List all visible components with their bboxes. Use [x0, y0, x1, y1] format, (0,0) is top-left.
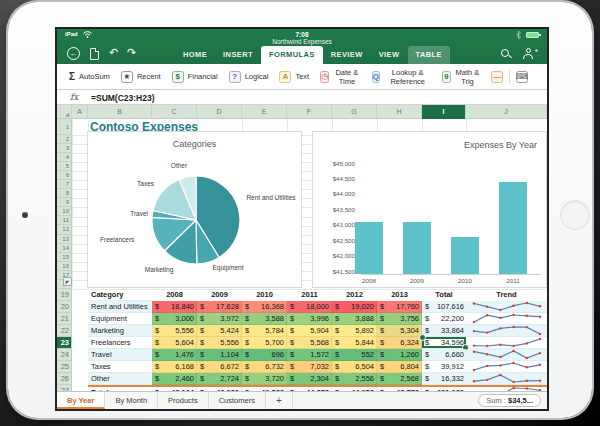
- value-cell-2009[interactable]: $1,104: [197, 349, 242, 361]
- select-all-corner[interactable]: ◢: [57, 105, 72, 119]
- value-cell-2009[interactable]: $3,972: [197, 313, 242, 325]
- value-cell-2008[interactable]: $5,604: [152, 337, 197, 349]
- value-cell-2008[interactable]: $2,460: [152, 373, 197, 385]
- row-header-1[interactable]: 1: [57, 119, 71, 135]
- value-cell-2013[interactable]: $17,760: [377, 301, 422, 313]
- column-header-g[interactable]: G: [332, 105, 377, 119]
- trend-cell[interactable]: [466, 373, 547, 385]
- row-header-21[interactable]: 21: [57, 313, 71, 325]
- row-header-9[interactable]: 9: [57, 198, 71, 207]
- sheet-tab-products[interactable]: Products: [158, 392, 209, 409]
- row-header-13[interactable]: 13: [57, 235, 71, 244]
- table-header-category[interactable]: Category: [88, 289, 152, 301]
- pie-chart-card[interactable]: CategoriesRent and UtilitiesEquipmentMar…: [87, 131, 302, 288]
- row-header-3[interactable]: 3: [57, 144, 71, 153]
- total-cell[interactable]: $33,864: [422, 325, 466, 337]
- trend-cell[interactable]: [466, 325, 547, 337]
- bar-2011[interactable]: [499, 182, 527, 274]
- row-header-5[interactable]: 5: [57, 162, 71, 171]
- row-header-10[interactable]: 10: [57, 207, 71, 216]
- value-cell-2011[interactable]: $5,568: [287, 337, 332, 349]
- math-trig-button[interactable]: θMath & Trig: [442, 68, 480, 86]
- value-cell-2008[interactable]: $1,476: [152, 349, 197, 361]
- more-functions-button[interactable]: —: [491, 71, 503, 83]
- search-icon[interactable]: [501, 49, 509, 57]
- value-cell-2013[interactable]: $6,804: [377, 361, 422, 373]
- recent-button[interactable]: ★Recent: [121, 71, 161, 83]
- total-cell[interactable]: $107,616: [422, 301, 466, 313]
- value-cell-2010[interactable]: $696: [242, 349, 287, 361]
- back-button[interactable]: ←: [67, 47, 80, 60]
- undo-button[interactable]: ↶: [109, 46, 118, 59]
- table-header-2010[interactable]: 2010: [242, 289, 287, 301]
- column-header-d[interactable]: D: [197, 105, 242, 119]
- value-cell-2011[interactable]: $7,032: [287, 361, 332, 373]
- value-cell-2013[interactable]: $3,756: [377, 313, 422, 325]
- table-header-2013[interactable]: 2013: [377, 289, 422, 301]
- logical-button[interactable]: ?Logical: [229, 71, 269, 83]
- value-cell-2009[interactable]: $17,628: [197, 301, 242, 313]
- value-cell-2008[interactable]: $3,000: [152, 313, 197, 325]
- row-header-15[interactable]: 15: [57, 253, 71, 262]
- value-cell-2012[interactable]: $5,892: [332, 325, 377, 337]
- row-header-23[interactable]: 23: [57, 337, 71, 349]
- total-cell[interactable]: $16,332: [422, 373, 466, 385]
- redo-button[interactable]: ↷: [127, 46, 136, 59]
- table-header-trend[interactable]: Trend: [466, 289, 547, 301]
- total-cell[interactable]: $22,200: [422, 313, 466, 325]
- ribbon-tab-formulas[interactable]: FORMULAS: [261, 46, 323, 64]
- category-cell[interactable]: Marketing: [88, 325, 152, 337]
- formula-bar[interactable]: fx =SUM(C23:H23): [57, 90, 547, 105]
- row-header-22[interactable]: 22: [57, 325, 71, 337]
- bar-2010[interactable]: [451, 237, 479, 274]
- value-cell-2012[interactable]: $552: [332, 349, 377, 361]
- value-cell-2010[interactable]: $3,588: [242, 313, 287, 325]
- value-cell-2011[interactable]: $1,572: [287, 349, 332, 361]
- text-button[interactable]: AText: [279, 71, 309, 83]
- row-header-14[interactable]: 14: [57, 244, 71, 253]
- add-sheet-button[interactable]: +: [266, 392, 293, 409]
- row-header-6[interactable]: 6: [57, 171, 71, 180]
- sheet-tab-customers[interactable]: Customers: [209, 392, 266, 409]
- value-cell-2009[interactable]: $6,672: [197, 361, 242, 373]
- expand-rows-handle-icon[interactable]: ◤: [63, 277, 72, 286]
- home-button[interactable]: [560, 200, 590, 230]
- trend-cell[interactable]: [466, 337, 547, 349]
- column-header-b[interactable]: B: [88, 105, 152, 119]
- selected-cell[interactable]: $34,596: [422, 337, 466, 349]
- row-header-24[interactable]: 24: [57, 349, 71, 361]
- row-header-16[interactable]: 16: [57, 262, 71, 271]
- value-cell-2012[interactable]: $19,020: [332, 301, 377, 313]
- value-cell-2012[interactable]: $6,504: [332, 361, 377, 373]
- ribbon-tab-home[interactable]: HOME: [175, 46, 215, 64]
- row-header-26[interactable]: 26: [57, 373, 71, 385]
- bar-2009[interactable]: [403, 222, 431, 274]
- category-cell[interactable]: Equipment: [88, 313, 152, 325]
- value-cell-2011[interactable]: $3,996: [287, 313, 332, 325]
- share-add-person-button[interactable]: +: [523, 48, 535, 60]
- row-header-25[interactable]: 25: [57, 361, 71, 373]
- date-time-button[interactable]: ◷Date & Time: [320, 68, 360, 86]
- spreadsheet-grid[interactable]: Contoso Expenses 12345678910111213141516…: [57, 119, 547, 391]
- row-header-11[interactable]: 11: [57, 216, 71, 225]
- value-cell-2010[interactable]: $3,720: [242, 373, 287, 385]
- table-header-2009[interactable]: 2009: [197, 289, 242, 301]
- category-cell[interactable]: Freelancers: [88, 337, 152, 349]
- ribbon-tab-review[interactable]: REVIEW: [323, 46, 371, 64]
- column-header-f[interactable]: F: [287, 105, 332, 119]
- total-cell[interactable]: $39,912: [422, 361, 466, 373]
- row-header-7[interactable]: 7: [57, 180, 71, 189]
- value-cell-2009[interactable]: $5,556: [197, 337, 242, 349]
- value-cell-2010[interactable]: $16,368: [242, 301, 287, 313]
- value-cell-2009[interactable]: $2,724: [197, 373, 242, 385]
- trend-cell[interactable]: [466, 349, 547, 361]
- ribbon-tab-insert[interactable]: INSERT: [215, 46, 261, 64]
- sum-status-pill[interactable]: Sum : $34,5...: [478, 394, 541, 407]
- financial-button[interactable]: $Financial: [172, 71, 218, 83]
- sheet-tab-by-month[interactable]: By Month: [105, 392, 158, 409]
- lookup-reference-button[interactable]: QLookup & Reference: [372, 68, 431, 86]
- category-cell[interactable]: Travel: [88, 349, 152, 361]
- value-cell-2012[interactable]: $5,844: [332, 337, 377, 349]
- column-header-a[interactable]: A: [72, 105, 88, 119]
- value-cell-2012[interactable]: $3,888: [332, 313, 377, 325]
